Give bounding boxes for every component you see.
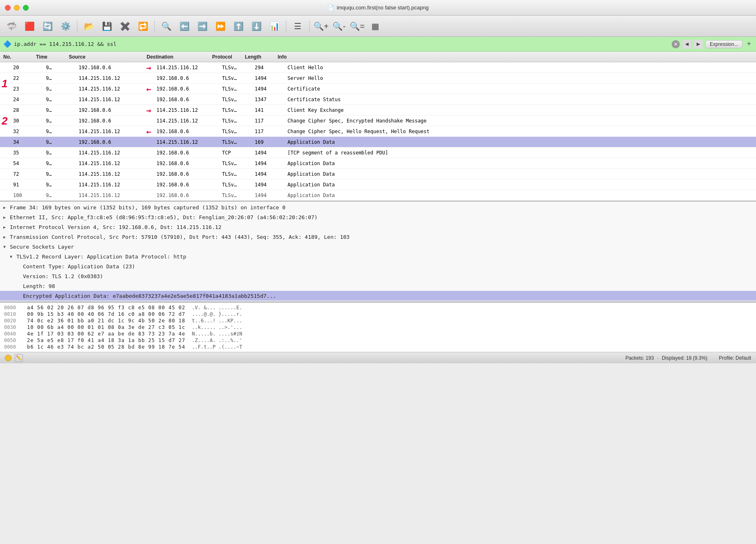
detail-tcp[interactable]: ▶ Transmission Control Protocol, Src Por… <box>0 232 756 242</box>
restart-capture-button[interactable]: 🔄 <box>39 18 56 34</box>
cell-arrow: → <box>143 63 155 73</box>
go-to-packet-button[interactable]: ⏩ <box>212 18 229 34</box>
detail-frame[interactable]: ▶ Frame 34: 169 bytes on wire (1352 bits… <box>0 202 756 212</box>
open-file-button[interactable]: 📂 <box>81 18 97 34</box>
reload-file-button[interactable]: 🔁 <box>135 18 151 34</box>
expression-button[interactable]: Expression... <box>705 40 742 48</box>
cell-len: 1494 <box>253 193 286 198</box>
cell-no: 22 <box>11 75 44 81</box>
detail-ethernet-text: Ethernet II, Src: Apple_f3:c8:e5 (d8:96:… <box>10 214 317 220</box>
zoom-in-button[interactable]: 🔍+ <box>313 18 329 34</box>
hex-row: 0020 74 0c e2 36 01 bb a0 21 dc 1c 9c 4b… <box>0 317 756 324</box>
detail-tls-record[interactable]: ▼ TLSv1.2 Record Layer: Application Data… <box>0 252 756 261</box>
cell-arrow: → <box>143 105 155 115</box>
detail-content-type[interactable]: Content Type: Application Data (23) <box>0 261 756 271</box>
cell-proto: TLSv… <box>220 193 253 198</box>
header-info: Info <box>276 54 754 60</box>
hex-offset: 0000 <box>4 305 20 311</box>
profile-text: Profile: Default <box>719 355 751 361</box>
cell-src: 114.215.116.12 <box>77 86 143 92</box>
filter-clear-button[interactable]: ✕ <box>672 40 680 48</box>
cell-src: 114.215.116.12 <box>77 129 143 134</box>
detail-ssl[interactable]: ▼ Secure Sockets Layer <box>0 242 756 252</box>
detail-ip[interactable]: ▶ Internet Protocol Version 4, Src: 192.… <box>0 222 756 232</box>
column-prefs-button[interactable]: ▦ <box>367 18 383 34</box>
cell-len: 1494 <box>253 171 286 177</box>
detail-encrypted-data[interactable]: Encrypted Application Data: e7aabede8373… <box>0 291 756 301</box>
go-last-button[interactable]: ⬇️ <box>248 18 265 34</box>
packet-rows-wrapper: 1 2 20 9… 192.168.0.6 → 114.215.116.12 T… <box>0 62 756 201</box>
packet-row[interactable]: 34 9… 192.168.0.6 114.215.116.12 TLSv… 1… <box>0 137 756 147</box>
packet-row[interactable]: 35 9… 114.215.116.12 192.168.0.6 TCP 149… <box>0 147 756 158</box>
go-back-button[interactable]: ⬅️ <box>176 18 192 34</box>
expand-icon <box>16 294 21 298</box>
cell-no: 100 <box>11 193 44 198</box>
cell-len: 117 <box>253 129 286 134</box>
cell-time: 9… <box>44 65 77 70</box>
go-first-button[interactable]: ⬆️ <box>230 18 247 34</box>
auto-scroll-button[interactable]: ☰ <box>290 18 306 34</box>
colorize-button[interactable]: 📊 <box>266 18 283 34</box>
cell-info: Application Data <box>286 193 754 198</box>
detail-ethernet[interactable]: ▶ Ethernet II, Src: Apple_f3:c8:e5 (d8:9… <box>0 212 756 222</box>
cell-proto: TLSv… <box>220 161 253 166</box>
packet-row[interactable]: 20 9… 192.168.0.6 → 114.215.116.12 TLSv…… <box>0 62 756 73</box>
hex-ascii: t..6...! ...KP... <box>192 318 242 324</box>
packet-row[interactable]: 32 9… 114.215.116.12 ← 192.168.0.6 TLSv…… <box>0 126 756 137</box>
stop-capture-button[interactable]: 🟥 <box>21 18 38 34</box>
toolbar-separator-1 <box>77 20 77 32</box>
maximize-traffic-light[interactable] <box>23 5 29 11</box>
packet-row[interactable]: 28 9… 192.168.0.6 → 114.215.116.12 TLSv…… <box>0 105 756 116</box>
filter-nav-right[interactable]: ▶ <box>694 40 703 49</box>
status-edit-button[interactable]: ✏️ <box>15 354 23 362</box>
filter-add-button[interactable]: + <box>745 40 753 48</box>
go-forward-button[interactable]: ➡️ <box>194 18 211 34</box>
capture-options-button[interactable]: ⚙️ <box>57 18 74 34</box>
detail-ssl-text: Secure Sockets Layer <box>10 244 74 250</box>
filter-bar: 🔷 ip.addr == 114.215.116.12 && ssl ✕ ◀ ▶… <box>0 37 756 52</box>
find-packet-button[interactable]: 🔍 <box>158 18 174 34</box>
cell-dst: 192.168.0.6 <box>155 193 220 198</box>
file-icon: 📄 <box>327 5 334 11</box>
hex-bytes: 00 9b 15 b3 40 00 40 06 7d 16 c0 a8 00 0… <box>27 311 186 317</box>
packet-row[interactable]: 54 9… 114.215.116.12 192.168.0.6 TLSv… 1… <box>0 158 756 169</box>
hex-ascii: .Z....A. .:..%..' <box>192 338 242 343</box>
cell-no: 91 <box>11 182 44 188</box>
detail-ip-text: Internet Protocol Version 4, Src: 192.16… <box>10 224 222 230</box>
hex-row: 0030 10 00 6b a4 00 00 01 01 08 0a 3e de… <box>0 324 756 331</box>
arrow-right-icon: → <box>146 105 151 115</box>
cell-no: 20 <box>11 65 44 70</box>
filter-nav-left[interactable]: ◀ <box>682 40 691 49</box>
packets-count: Packets: 193 <box>625 355 654 361</box>
cell-time: 9… <box>44 182 77 188</box>
window-title: 📄 imququ.com.first(no false start).pcapn… <box>327 5 429 11</box>
cell-info: Client Key Exchange <box>286 107 754 113</box>
titlebar: 📄 imququ.com.first(no false start).pcapn… <box>0 0 756 16</box>
detail-version[interactable]: Version: TLS 1.2 (0x0303) <box>0 271 756 281</box>
cell-dst: 192.168.0.6 <box>155 150 220 156</box>
packet-row[interactable]: 91 9… 114.215.116.12 192.168.0.6 TLSv… 1… <box>0 179 756 190</box>
packet-row[interactable]: 100 9… 114.215.116.12 192.168.0.6 TLSv… … <box>0 190 756 201</box>
cell-info: Server Hello <box>286 75 754 81</box>
detail-tcp-text: Transmission Control Protocol, Src Port:… <box>10 234 350 240</box>
packet-row[interactable]: 23 9… 114.215.116.12 ← 192.168.0.6 TLSv…… <box>0 84 756 94</box>
packet-row[interactable]: 72 9… 114.215.116.12 192.168.0.6 TLSv… 1… <box>0 169 756 179</box>
cell-src: 114.215.116.12 <box>77 97 143 102</box>
zoom-out-button[interactable]: 🔍- <box>331 18 347 34</box>
minimize-traffic-light[interactable] <box>14 5 20 11</box>
close-traffic-light[interactable] <box>5 5 11 11</box>
detail-length[interactable]: Length: 98 <box>0 281 756 291</box>
packet-row[interactable]: 30 9… 192.168.0.6 114.215.116.12 TLSv… 1… <box>0 116 756 126</box>
close-file-button[interactable]: ✖️ <box>117 18 133 34</box>
zoom-reset-button[interactable]: 🔍= <box>349 18 365 34</box>
cell-src: 192.168.0.6 <box>77 107 143 113</box>
packet-row[interactable]: 24 9… 114.215.116.12 192.168.0.6 TLSv… 1… <box>0 94 756 105</box>
shark-icon[interactable]: 🦈 <box>3 18 20 34</box>
packet-row[interactable]: 22 9… 114.215.116.12 192.168.0.6 TLSv… 1… <box>0 73 756 84</box>
save-file-button[interactable]: 💾 <box>99 18 115 34</box>
filter-input[interactable]: ip.addr == 114.215.116.12 && ssl <box>14 41 669 47</box>
expand-icon: ▼ <box>10 254 15 259</box>
cell-arrow: ← <box>143 127 155 136</box>
cell-info: Application Data <box>286 182 754 188</box>
cell-info: Client Hello <box>286 65 754 70</box>
